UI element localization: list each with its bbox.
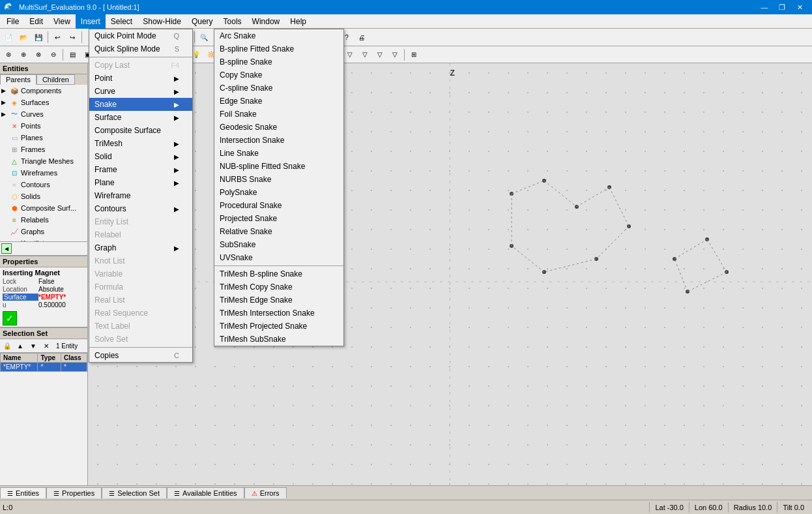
tree-item-solids[interactable]: ⬡ Solids	[0, 190, 87, 202]
tree-item-curves[interactable]: ▶ 〜 Curves	[0, 108, 87, 120]
tree-item-graphs[interactable]: 📈 Graphs	[0, 226, 87, 237]
status-tab-selection[interactable]: ☰ Selection Set	[102, 487, 167, 498]
snake-edge[interactable]: Edge Snake	[214, 95, 343, 108]
snake-copy[interactable]: Copy Snake	[214, 68, 343, 82]
tb-print[interactable]: 🖨	[355, 30, 369, 44]
sel-down-btn[interactable]: ▼	[27, 340, 39, 352]
snake-geodesic[interactable]: Geodesic Snake	[214, 121, 343, 134]
tb2-filter10[interactable]: ▽	[388, 48, 402, 62]
snake-trimesh-bspline[interactable]: TriMesh B-spline Snake	[214, 267, 343, 280]
tb2-3[interactable]: ⊗	[31, 48, 46, 62]
expand-all-btn[interactable]: ◀	[1, 243, 12, 254]
tree-label-surfaces: Surfaces	[21, 98, 49, 106]
status-tab-properties[interactable]: ☰ Properties	[46, 487, 102, 498]
snake-relative[interactable]: Relative Snake	[214, 225, 343, 238]
snake-projected[interactable]: Projected Snake	[214, 212, 343, 225]
tb-new[interactable]: 📄	[1, 30, 16, 44]
menu-wireframe[interactable]: Wireframe	[89, 189, 192, 202]
menu-insert[interactable]: Insert	[76, 14, 106, 29]
menu-solid[interactable]: Solid ▶	[89, 150, 192, 163]
menu-query[interactable]: Query	[186, 14, 218, 29]
confirm-button[interactable]: ✓	[3, 311, 17, 325]
menu-point[interactable]: Point ▶	[89, 72, 192, 85]
menu-edit[interactable]: Edit	[24, 14, 48, 29]
menu-select[interactable]: Select	[106, 14, 138, 29]
tree-item-points[interactable]: ✕ Points	[0, 120, 87, 132]
tree-item-relabels[interactable]: ≡ Relabels	[0, 214, 87, 226]
menu-snake[interactable]: Snake ▶	[89, 98, 192, 111]
snake-cspline[interactable]: C-spline Snake	[214, 82, 343, 95]
tree-item-contours[interactable]: ≈ Contours	[0, 179, 87, 190]
menu-trimesh[interactable]: TriMesh ▶	[89, 137, 192, 150]
sel-lock-btn[interactable]: 🔒	[1, 340, 13, 352]
tree-item-surfaces[interactable]: ▶ ◈ Surfaces	[0, 97, 87, 108]
menu-help[interactable]: Help	[285, 14, 312, 29]
menu-frame[interactable]: Frame ▶	[89, 163, 192, 176]
tree-item-frames[interactable]: ⊞ Frames	[0, 144, 87, 155]
tb2-last[interactable]: ⊞	[407, 48, 421, 62]
tb-redo[interactable]: ↪	[65, 30, 80, 44]
minimize-button[interactable]: —	[756, 1, 773, 13]
snake-trimesh-sub[interactable]: TriMesh SubSnake	[214, 333, 343, 346]
sel-up-btn[interactable]: ▲	[14, 340, 26, 352]
entities-tab-children[interactable]: Children	[36, 74, 75, 85]
snake-nub-spline-fitted[interactable]: NUB-spline Fitted Snake	[214, 160, 343, 173]
close-button[interactable]: ✕	[791, 1, 808, 13]
snake-arc[interactable]: Arc Snake	[214, 29, 343, 42]
tb2-filter7[interactable]: ▽	[343, 48, 357, 62]
available-tab-label: Available Entities	[182, 489, 237, 497]
table-row[interactable]: *EMPTY* * *	[1, 363, 87, 372]
snake-trimesh-edge[interactable]: TriMesh Edge Snake	[214, 294, 343, 307]
status-tab-available[interactable]: ☰ Available Entities	[167, 487, 244, 498]
menu-quick-spline-mode[interactable]: Quick Spline Mode S	[89, 42, 192, 55]
tb-open[interactable]: 📂	[16, 30, 31, 44]
tb2-5[interactable]: ▤	[65, 48, 80, 62]
snake-bspline-fitted[interactable]: B-spline Fitted Snake	[214, 42, 343, 55]
menu-composite-surface[interactable]: Composite Surface	[89, 124, 192, 137]
snake-foil[interactable]: Foil Snake	[214, 108, 343, 121]
tree-item-components[interactable]: ▶ 📦 Components	[0, 85, 87, 97]
viewport[interactable]: Z	[88, 63, 812, 500]
menu-show-hide[interactable]: Show-Hide	[138, 14, 186, 29]
sel-delete-btn[interactable]: ✕	[40, 340, 52, 352]
tb-save[interactable]: 💾	[31, 30, 46, 44]
snake-poly[interactable]: PolySnake	[214, 186, 343, 199]
snake-line[interactable]: Line Snake	[214, 147, 343, 160]
menu-window[interactable]: Window	[247, 14, 285, 29]
tb-undo[interactable]: ↩	[50, 30, 65, 44]
tree-item-trimesh[interactable]: △ Triangle Meshes	[0, 155, 87, 167]
menu-curve[interactable]: Curve ▶	[89, 85, 192, 98]
menu-contours[interactable]: Contours ▶	[89, 202, 192, 215]
entities-tab-parents[interactable]: Parents	[0, 74, 36, 85]
restore-button[interactable]: ❐	[774, 1, 790, 13]
snake-nurbs[interactable]: NURBS Snake	[214, 173, 343, 186]
tree-item-wireframes[interactable]: ⊡ Wireframes	[0, 167, 87, 179]
menu-tools[interactable]: Tools	[218, 14, 247, 29]
snake-trimesh-projected[interactable]: TriMesh Projected Snake	[214, 320, 343, 333]
status-tab-entities[interactable]: ☰ Entities	[0, 487, 46, 498]
snake-uv[interactable]: UVSnake	[214, 251, 343, 264]
menu-graph[interactable]: Graph ▶	[89, 241, 192, 254]
prop-value-surface[interactable]: *EMPTY*	[38, 294, 66, 301]
tb2-filter8[interactable]: ▽	[358, 48, 372, 62]
status-tab-errors[interactable]: ⚠ Errors	[244, 487, 287, 498]
menu-plane[interactable]: Plane ▶	[89, 176, 192, 189]
snake-sub[interactable]: SubSnake	[214, 238, 343, 251]
snake-procedural[interactable]: Procedural Snake	[214, 199, 343, 212]
tb2-4[interactable]: ⊖	[46, 48, 61, 62]
snake-intersection[interactable]: Intersection Snake	[214, 134, 343, 147]
menu-surface[interactable]: Surface ▶	[89, 111, 192, 124]
snake-trimesh-copy[interactable]: TriMesh Copy Snake	[214, 280, 343, 294]
menu-file[interactable]: File	[1, 14, 24, 29]
snake-trimesh-intersection[interactable]: TriMesh Intersection Snake	[214, 307, 343, 320]
tb-zoom-in[interactable]: 🔍	[197, 30, 211, 44]
tb2-filter9[interactable]: ▽	[373, 48, 387, 62]
menu-view[interactable]: View	[48, 14, 76, 29]
snake-bspline[interactable]: B-spline Snake	[214, 55, 343, 68]
menu-quick-point-mode[interactable]: Quick Point Mode Q	[89, 29, 192, 42]
tree-item-planes[interactable]: ▭ Planes	[0, 132, 87, 144]
tb2-2[interactable]: ⊕	[16, 48, 31, 62]
menu-copies[interactable]: Copies C	[89, 349, 192, 362]
tb2-1[interactable]: ⊛	[1, 48, 16, 62]
tree-item-comp-surf[interactable]: ⬢ Composite Surf...	[0, 202, 87, 214]
